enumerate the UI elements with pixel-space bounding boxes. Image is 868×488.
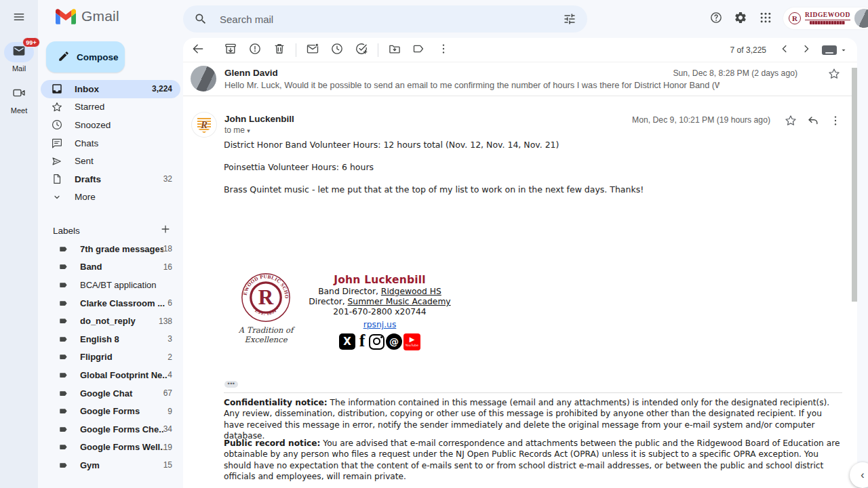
reply-icon-button[interactable] xyxy=(801,110,825,134)
input-tools-button[interactable] xyxy=(822,45,848,55)
gmail-m-icon xyxy=(56,9,76,24)
star-button[interactable] xyxy=(778,110,803,134)
search-input[interactable] xyxy=(218,13,557,26)
scrollbar-thumb[interactable] xyxy=(852,68,857,302)
label-item-google-chat[interactable]: Google Chat67 xyxy=(41,384,180,403)
delete-button[interactable] xyxy=(267,38,292,62)
signature-phone: 201-670-2800 x20744 xyxy=(298,307,461,317)
report-spam-button[interactable] xyxy=(243,38,267,62)
move-to-button[interactable] xyxy=(382,38,407,62)
label-name: Google Forms Well... xyxy=(80,442,163,452)
plus-icon xyxy=(159,223,172,238)
search-icon[interactable] xyxy=(189,7,213,31)
website-link[interactable]: rpsnj.us xyxy=(363,320,397,329)
label-name: BCA/BT application xyxy=(80,280,172,290)
instagram-icon[interactable] xyxy=(369,334,384,350)
sidebar-item-starred[interactable]: Starred xyxy=(41,98,180,117)
ridgewood-hs-link[interactable]: Ridgewood HS xyxy=(381,287,441,296)
compose-label: Compose xyxy=(77,52,119,62)
sidebar-item-label: Inbox xyxy=(75,84,152,94)
label-item-global-footprint-ne[interactable]: Global Footprint Ne...4 xyxy=(41,366,180,384)
label-item-english-8[interactable]: English 83 xyxy=(41,330,180,348)
gmail-logo[interactable]: Gmail xyxy=(56,8,119,24)
message-paragraph: Brass Quintet music - let me put that at… xyxy=(224,184,644,195)
label-name: Flipgrid xyxy=(80,352,167,362)
rail-item-mail[interactable]: 99+ Mail xyxy=(0,42,38,73)
chat-icon xyxy=(50,137,64,149)
sidebar-item-chats[interactable]: Chats xyxy=(41,134,180,152)
unread-count: 3,224 xyxy=(152,84,172,94)
sidebar-item-more[interactable]: More xyxy=(41,188,180,207)
create-label-button[interactable] xyxy=(156,221,175,240)
more-vert-icon xyxy=(437,42,450,58)
signature-name: John Luckenbill xyxy=(298,274,461,286)
search-filters-icon[interactable] xyxy=(557,7,582,31)
message-more-button[interactable] xyxy=(823,110,848,134)
unread-count: 32 xyxy=(163,174,172,184)
label-item-gym[interactable]: Gym15 xyxy=(41,456,180,474)
label-item-google-forms-che[interactable]: Google Forms Che...34 xyxy=(41,420,180,439)
label-item-bca-bt-application[interactable]: BCA/BT application xyxy=(41,276,180,294)
main-menu-button[interactable] xyxy=(7,6,31,30)
label-count: 67 xyxy=(163,388,172,398)
sidebar-item-label: Drafts xyxy=(75,174,163,184)
tag-icon xyxy=(58,316,71,326)
inbox-icon xyxy=(50,83,64,95)
show-trimmed-content-button[interactable]: ••• xyxy=(224,381,238,388)
back-button[interactable] xyxy=(186,38,210,62)
pencil-icon xyxy=(58,50,70,64)
label-name: Google Chat xyxy=(80,388,163,399)
tag-icon xyxy=(58,424,71,434)
sidebar: Compose Inbox3,224StarredSnoozedChatsSen… xyxy=(38,38,183,488)
label-item-7th-grade-messages[interactable]: 7th grade messages18 xyxy=(41,240,180,258)
collapsed-message-row[interactable]: Glenn David Hello Mr. Luck, Would it be … xyxy=(183,63,857,96)
apps-grid-button[interactable] xyxy=(753,7,778,31)
newer-button[interactable] xyxy=(774,40,795,60)
youtube-icon[interactable]: ▶YouTube xyxy=(403,333,420,350)
sidebar-item-inbox[interactable]: Inbox3,224 xyxy=(41,80,180,98)
label-item-band[interactable]: Band16 xyxy=(41,258,180,277)
sidebar-item-sent[interactable]: Sent xyxy=(41,152,180,170)
tag-icon xyxy=(58,334,71,344)
thread-view: 7 of 3,225 Glenn David Hello Mr. Luck, W… xyxy=(183,38,857,488)
help-button[interactable] xyxy=(704,7,728,31)
label-item-google-forms-well[interactable]: Google Forms Well...19 xyxy=(41,439,180,457)
label-item-clarke-classroom[interactable]: Clarke Classroom ...6 xyxy=(41,294,180,312)
send-icon xyxy=(50,155,64,167)
tag-icon xyxy=(58,298,71,308)
label-item-do-not-reply[interactable]: do_not_reply138 xyxy=(41,312,180,330)
sidebar-item-drafts[interactable]: Drafts32 xyxy=(41,170,180,188)
account-chip[interactable]: R RIDGEWOOD xyxy=(783,7,868,29)
threads-icon[interactable]: @ xyxy=(386,333,402,350)
snooze-button[interactable] xyxy=(325,38,349,62)
tag-icon xyxy=(58,442,71,452)
label-count: 2 xyxy=(167,352,172,362)
older-button[interactable] xyxy=(796,40,816,60)
summer-music-academy-link[interactable]: Summer Music Academy xyxy=(348,297,451,306)
chevron-right-icon xyxy=(800,43,812,58)
back-arrow-icon xyxy=(191,42,205,58)
label-count: 16 xyxy=(163,262,172,272)
mark-unread-button[interactable] xyxy=(300,38,325,62)
rail-mail-label: Mail xyxy=(12,64,26,73)
star-button[interactable] xyxy=(822,63,846,87)
settings-button[interactable] xyxy=(728,7,753,31)
compose-button[interactable]: Compose xyxy=(46,41,125,73)
label-button[interactable] xyxy=(407,38,431,62)
archive-icon xyxy=(224,42,237,58)
sender-name: John Luckenbill xyxy=(224,114,294,124)
top-bar: Gmail R RIDGEWOOD xyxy=(38,0,868,38)
label-item-flipgrid[interactable]: Flipgrid2 xyxy=(41,348,180,367)
sidebar-item-label: Chats xyxy=(75,138,172,148)
rail-meet-label: Meet xyxy=(11,106,27,115)
rail-item-meet[interactable]: Meet xyxy=(0,84,38,115)
x-icon[interactable]: X xyxy=(339,333,355,350)
toolbar-separator xyxy=(296,43,296,57)
sidebar-item-snoozed[interactable]: Snoozed xyxy=(41,116,180,134)
archive-button[interactable] xyxy=(218,38,243,62)
more-vert-button[interactable] xyxy=(431,38,456,62)
add-to-tasks-button[interactable] xyxy=(349,38,374,62)
recipient-toggle[interactable]: to me ▾ xyxy=(224,125,250,135)
facebook-icon[interactable]: f xyxy=(357,333,368,350)
label-item-google-forms[interactable]: Google Forms9 xyxy=(41,402,180,420)
